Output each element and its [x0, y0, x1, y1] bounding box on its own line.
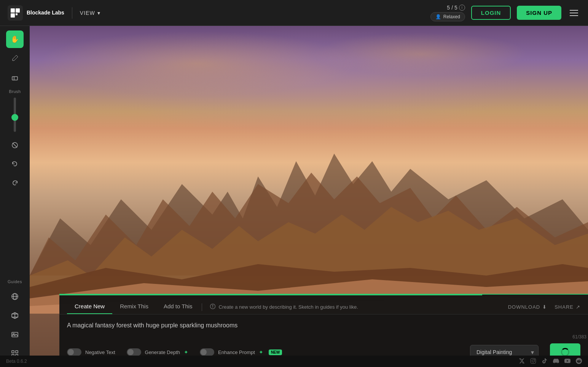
quota-max: 5 [454, 5, 457, 11]
quota-current: 5 [447, 5, 450, 11]
pencil-tool-button[interactable] [6, 50, 24, 67]
social-icons [519, 358, 582, 365]
prompt-area [59, 314, 588, 334]
download-button[interactable]: DOWNLOAD ⬇ [508, 304, 547, 310]
svg-rect-4 [12, 77, 18, 80]
svg-rect-2 [11, 13, 15, 18]
youtube-icon[interactable] [564, 358, 570, 365]
prompt-input[interactable] [67, 320, 580, 331]
hint-text: Create a new world by describing it. Ske… [219, 304, 358, 310]
footer: Beta 0.6.2 [0, 356, 588, 367]
negative-text-label: Negative Text [85, 349, 115, 355]
version-text: Beta 0.6.2 [6, 359, 27, 364]
loading-spinner [561, 348, 569, 356]
mode-icon: 👤 [435, 14, 441, 19]
tiktok-icon[interactable] [542, 358, 548, 365]
svg-point-25 [534, 359, 535, 359]
guides-label: Guides [8, 279, 22, 284]
hint-icon [210, 303, 216, 311]
redo-button[interactable] [6, 175, 24, 192]
generate-depth-sparkle-icon: ✦ [184, 349, 188, 355]
header-left: Blockade Labs VIEW ▾ [8, 5, 100, 21]
share-icon: ↗ [576, 304, 580, 310]
tab-divider [202, 303, 202, 311]
image-guide-button[interactable] [6, 326, 24, 343]
negative-text-group: Negative Text [67, 348, 115, 356]
header-right: 5/5 i 👤 Relaxed LOGIN SIGN UP [430, 5, 580, 21]
globe-guide-button[interactable] [6, 288, 24, 305]
panel-hint: Create a new world by describing it. Ske… [210, 303, 508, 311]
header-divider [72, 7, 72, 19]
left-toolbar: ✋ Brush Guides [0, 26, 30, 367]
tab-add-to[interactable]: Add to This [156, 300, 200, 314]
logo-text: Blockade Labs [27, 10, 64, 16]
logo-icon [8, 5, 23, 21]
download-label: DOWNLOAD [508, 304, 540, 310]
download-icon: ⬇ [542, 304, 547, 310]
svg-point-24 [532, 359, 535, 362]
login-button[interactable]: LOGIN [471, 6, 511, 20]
svg-rect-0 [11, 8, 15, 13]
enhance-prompt-group: Enhance Prompt ✦ NEW [200, 348, 282, 356]
reddit-icon[interactable] [576, 358, 582, 365]
chevron-down-icon: ▾ [97, 10, 100, 16]
tab-remix[interactable]: Remix This [112, 300, 156, 314]
menu-line-1 [570, 10, 578, 11]
enhance-prompt-toggle[interactable] [200, 348, 214, 356]
menu-line-3 [570, 15, 578, 16]
panel-tabs: Create New Remix This Add to This Create… [59, 295, 588, 314]
svg-rect-14 [12, 332, 18, 337]
new-badge: NEW [269, 349, 282, 355]
panel-actions: DOWNLOAD ⬇ SHARE ↗ [508, 304, 580, 310]
signup-button[interactable]: SIGN UP [517, 6, 561, 20]
svg-point-22 [212, 305, 213, 306]
mode-label: Relaxed [443, 14, 460, 19]
twitter-icon[interactable] [519, 358, 525, 365]
brush-label: Brush [9, 89, 21, 94]
svg-rect-1 [16, 8, 20, 13]
view-button[interactable]: VIEW ▾ [80, 10, 100, 16]
hand-tool-button[interactable]: ✋ [6, 30, 24, 48]
header: Blockade Labs VIEW ▾ 5/5 i 👤 Relaxed LOG… [0, 0, 588, 26]
svg-rect-23 [531, 358, 535, 363]
menu-line-2 [570, 13, 578, 13]
share-button[interactable]: SHARE ↗ [555, 304, 580, 310]
instagram-icon[interactable] [530, 358, 536, 365]
svg-rect-3 [16, 13, 18, 15]
negative-text-toggle[interactable] [67, 348, 81, 356]
mode-badge: 👤 Relaxed [430, 12, 465, 21]
undo-button[interactable] [6, 155, 24, 173]
view-label: VIEW [80, 10, 95, 16]
generate-depth-label: Generate Depth [145, 349, 180, 355]
clear-button[interactable] [6, 136, 24, 154]
svg-rect-16 [12, 351, 14, 353]
svg-rect-17 [16, 351, 18, 353]
char-count: 61/383 [59, 334, 588, 340]
mountains-svg [30, 85, 588, 314]
menu-button[interactable] [567, 8, 580, 18]
logo: Blockade Labs [8, 5, 64, 21]
canvas-area: Create New Remix This Add to This Create… [30, 26, 588, 367]
quota-text: 5/5 i [447, 5, 465, 11]
share-label: SHARE [555, 304, 574, 310]
brush-slider[interactable] [14, 98, 16, 132]
quota-info: 5/5 i 👤 Relaxed [430, 5, 465, 21]
enhance-prompt-sparkle-icon: ✦ [259, 349, 263, 355]
brush-slider-container [0, 98, 30, 135]
info-icon: i [459, 5, 465, 11]
generate-depth-toggle[interactable] [127, 348, 141, 356]
discord-icon[interactable] [553, 358, 559, 365]
tab-create-new[interactable]: Create New [67, 300, 112, 314]
enhance-prompt-label: Enhance Prompt [218, 349, 255, 355]
cube-guide-button[interactable] [6, 307, 24, 324]
svg-line-7 [13, 143, 17, 147]
eraser-tool-button[interactable] [6, 69, 24, 86]
generate-depth-group: Generate Depth ✦ [127, 348, 189, 356]
